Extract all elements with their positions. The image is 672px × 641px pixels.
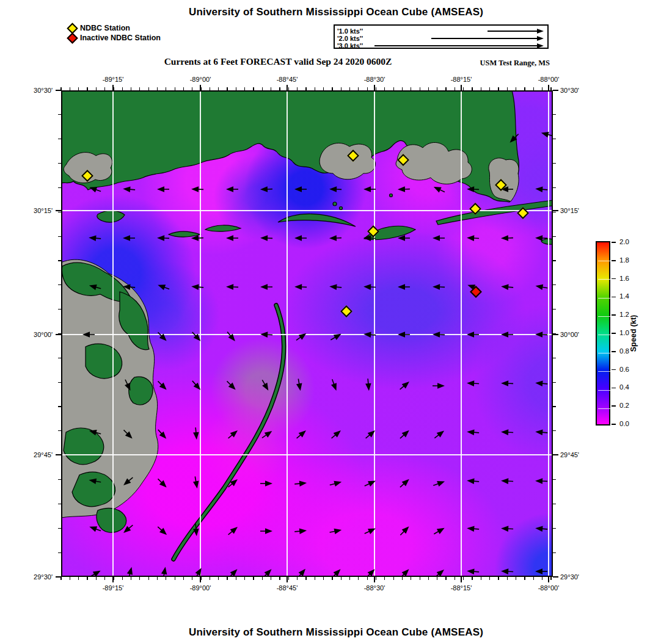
- ndbc-station-marker: [469, 203, 481, 215]
- axis-tick: [393, 577, 394, 580]
- colorbar-tick-label: 0.6: [619, 366, 629, 373]
- colorbar-tick: [612, 297, 616, 298]
- scale-arrow-line: [431, 38, 538, 39]
- x-axis-label-bottom: -88°30': [359, 584, 390, 592]
- axis-tick: [461, 577, 462, 582]
- axis-tick: [481, 577, 481, 580]
- axis-tick: [112, 85, 114, 90]
- colorbar-tick: [612, 314, 616, 316]
- axis-tick: [175, 577, 175, 580]
- axis-tick: [192, 577, 192, 580]
- y-axis-label-right: 30°15': [560, 207, 579, 214]
- axis-tick: [553, 114, 556, 115]
- legend-item: Inactive NDBC Station: [67, 33, 161, 43]
- x-axis-label-top: -88°00': [533, 76, 564, 83]
- axis-tick: [157, 577, 158, 580]
- colorbar-tick-label: 0.8: [619, 347, 629, 355]
- axis-tick: [455, 577, 455, 580]
- axis-tick: [315, 577, 315, 580]
- colorbar-tick-label: 1.8: [619, 256, 629, 264]
- x-axis-label-bottom: -89°00': [185, 584, 216, 592]
- x-axis-label-bottom: -88°45': [272, 584, 302, 592]
- colorbar-gridline: [598, 316, 610, 317]
- axis-tick: [437, 577, 437, 580]
- ndbc-station-marker: [517, 207, 529, 219]
- axis-tick: [183, 577, 184, 580]
- scale-arrow-label: '1.0 kts'': [337, 27, 363, 35]
- axis-tick: [463, 577, 464, 580]
- y-axis-label-left: 30°30': [23, 87, 53, 94]
- ndbc-station-marker: [495, 179, 507, 191]
- inactive-ndbc-station-marker: [470, 286, 482, 298]
- axis-tick: [139, 577, 140, 580]
- x-axis-label-top: -89°00': [185, 76, 216, 83]
- axis-tick: [533, 577, 534, 580]
- x-axis-label-top: -89°15': [98, 76, 128, 83]
- ndbc-station-marker: [367, 225, 379, 237]
- axis-tick: [548, 577, 549, 582]
- colorbar-gridline: [598, 279, 610, 280]
- axis-tick: [553, 260, 556, 261]
- scale-arrow-line: [374, 45, 538, 46]
- axis-tick: [376, 577, 376, 580]
- axis-tick: [112, 577, 114, 582]
- axis-tick: [56, 454, 61, 455]
- colorbar-tick-label: 2.0: [619, 238, 629, 245]
- colorbar-tick-label: 0.0: [619, 420, 629, 427]
- legend-item: NDBC Station: [67, 23, 161, 33]
- scale-arrowhead-icon: [537, 29, 544, 34]
- x-axis-label-top: -88°30': [359, 76, 390, 83]
- axis-tick: [341, 577, 341, 580]
- colorbar-tick: [612, 388, 616, 389]
- x-axis-label-bottom: -88°00': [533, 584, 564, 592]
- colorbar-tick-label: 0.4: [619, 383, 629, 391]
- y-axis-label-left: 29°45': [23, 451, 53, 458]
- colorbar-tick: [612, 351, 616, 352]
- axis-tick: [349, 577, 350, 580]
- station-legend: NDBC StationInactive NDBC Station: [67, 23, 161, 43]
- axis-tick: [104, 577, 105, 580]
- axis-tick: [96, 577, 97, 580]
- axis-tick: [489, 577, 490, 580]
- axis-tick: [148, 577, 149, 580]
- axis-tick: [332, 577, 332, 580]
- axis-tick: [384, 577, 385, 580]
- y-axis-label-left: 30°15': [23, 207, 53, 214]
- scale-arrow-label: '3.0 kts'': [337, 42, 363, 49]
- colorbar-gridline: [598, 408, 610, 409]
- axis-tick: [553, 212, 556, 212]
- axis-tick: [553, 210, 558, 211]
- axis-tick: [553, 139, 556, 139]
- y-axis-label-right: 30°30': [560, 87, 579, 94]
- axis-tick: [56, 576, 61, 578]
- axis-tick: [60, 577, 61, 580]
- colorbar-tick-label: 1.2: [619, 311, 629, 318]
- axis-tick: [287, 85, 288, 90]
- axis-tick: [279, 577, 280, 580]
- colorbar-tick-label: 0.2: [619, 402, 629, 409]
- ndbc-station-marker: [81, 170, 93, 182]
- colorbar-gridline: [598, 298, 610, 299]
- axis-tick: [253, 577, 254, 580]
- axis-tick: [402, 577, 403, 580]
- axis-tick: [553, 187, 556, 188]
- y-axis-label-left: 29°30': [23, 573, 53, 581]
- x-axis-label-top: -88°15': [446, 76, 477, 83]
- colorbar-tick-label: 1.6: [619, 275, 629, 282]
- axis-tick: [428, 577, 429, 580]
- colorbar-gradient: [596, 241, 610, 426]
- scale-arrow-line: [488, 31, 538, 32]
- axis-tick: [78, 577, 79, 580]
- axis-tick: [56, 334, 61, 335]
- axis-tick: [498, 577, 499, 580]
- y-axis-label-right: 30°00': [560, 331, 579, 338]
- axis-tick: [553, 430, 556, 431]
- axis-tick: [553, 334, 558, 335]
- page-title: University of Southern Mississippi Ocean…: [0, 6, 672, 18]
- axis-tick: [200, 577, 201, 582]
- axis-tick: [472, 577, 472, 580]
- ocean-forecast-page: { "titles": { "top": "University of Sout…: [0, 0, 672, 641]
- axis-tick: [553, 504, 556, 504]
- region-label: USM Test Range, MS: [469, 59, 550, 68]
- page-title-bottom: University of Southern Mississippi Ocean…: [0, 626, 672, 639]
